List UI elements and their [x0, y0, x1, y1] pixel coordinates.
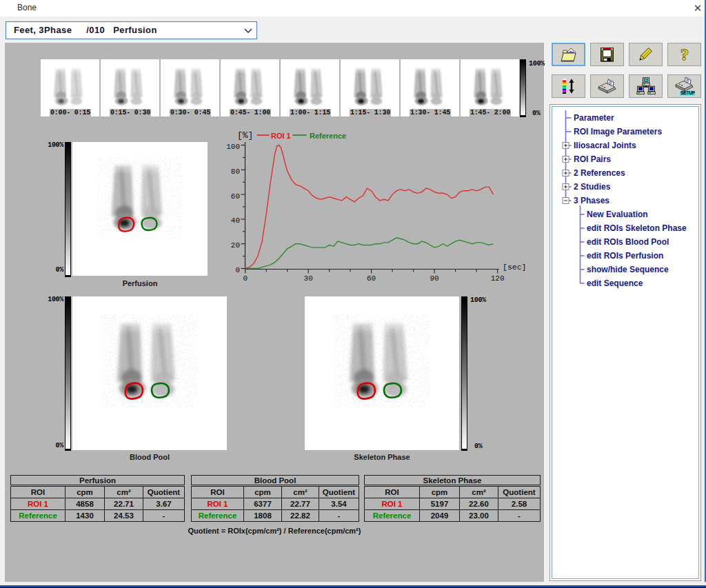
svg-text:?: ?	[680, 46, 689, 63]
svg-text:90: 90	[430, 274, 438, 283]
svg-text:0: 0	[243, 274, 248, 283]
svg-text:120: 120	[491, 274, 505, 283]
svg-text:60: 60	[367, 274, 376, 283]
svg-text:30: 30	[304, 274, 313, 283]
svg-text:[sec]: [sec]	[503, 263, 527, 272]
svg-text:100: 100	[226, 143, 240, 151]
svg-text:ROI 1: ROI 1	[271, 132, 291, 140]
svg-text:20: 20	[231, 241, 240, 250]
svg-text:80: 80	[231, 168, 240, 176]
svg-text:0: 0	[235, 266, 240, 274]
svg-text:40: 40	[231, 216, 240, 225]
svg-text:60: 60	[231, 192, 240, 201]
svg-text:Reference: Reference	[310, 132, 346, 140]
svg-text:SETUP: SETUP	[680, 90, 695, 95]
svg-text:[%]: [%]	[237, 130, 253, 141]
